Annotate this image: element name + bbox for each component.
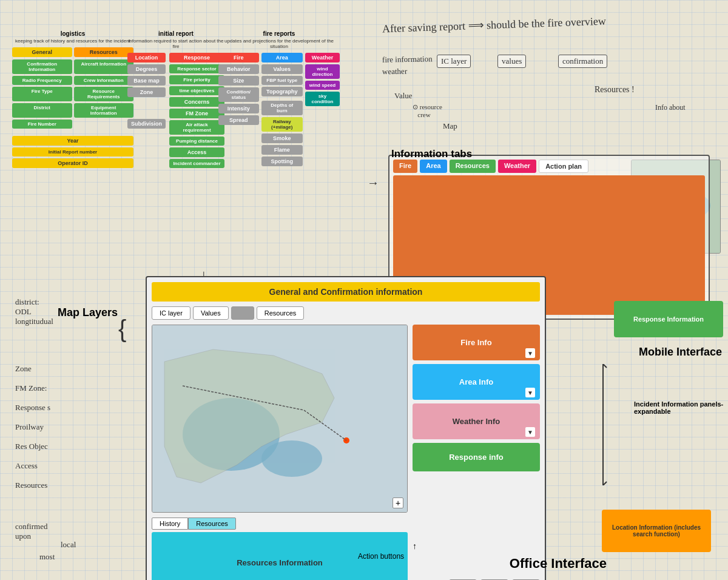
office-tab-middle[interactable] (231, 306, 254, 320)
history-resources-area: History Resources Resources Information (152, 518, 408, 580)
tag-wind-dir[interactable]: wind direction (305, 64, 340, 79)
tag-size[interactable]: Size (218, 76, 259, 86)
action-buttons-label: Action buttons (358, 552, 404, 561)
location-col: Location Degrees Base map Zone Subdivisi… (127, 53, 166, 168)
tag-operator-id[interactable]: Operator ID (12, 158, 133, 168)
tag-radio[interactable]: Radio Frequency (12, 76, 72, 85)
info-tabs-bar: Fire Area Resources Weather Action plan (393, 160, 705, 173)
tag-fire-number[interactable]: Fire Number (12, 120, 72, 129)
tag-response-sector[interactable]: Response sector (169, 64, 224, 73)
tag-resources[interactable]: Resources (74, 47, 134, 57)
tag-topography[interactable]: Topography (261, 87, 303, 96)
info-tabs-label: Information tabs (391, 148, 472, 160)
tab-resources-bottom[interactable]: Resources (188, 518, 236, 530)
tab-resources[interactable]: Resources (450, 160, 496, 173)
tag-sky-condition[interactable]: sky condition (305, 92, 340, 106)
tag-fm-zone[interactable]: FM Zone (169, 109, 224, 118)
tag-condition[interactable]: Condition/ status (218, 87, 259, 102)
panel-response-label: Response info (449, 453, 504, 462)
tag-intensity[interactable]: Intensity (218, 104, 259, 113)
panel-area-info[interactable]: Area Info ▼ (413, 364, 540, 400)
office-tab-resources[interactable]: Resources (257, 306, 305, 320)
tag-access[interactable]: Access (169, 147, 224, 157)
office-main-content: + Fire Info ▼ Area Info ▼ Weather Info ▼… (152, 325, 540, 513)
panel-response-info[interactable]: Response info (413, 443, 540, 471)
tag-wind-speed[interactable]: wind speed (305, 81, 340, 90)
tag-crew[interactable]: Crew Informaiton (74, 76, 134, 85)
weather-expand-icon[interactable]: ▼ (525, 427, 535, 437)
tab-history[interactable]: History (152, 518, 188, 530)
logistics-year-group: Year Initial Report number Operator ID (12, 136, 133, 168)
location-info-box: Location Information (includes search fu… (602, 510, 711, 552)
initial-report-section: initial report information required to s… (127, 30, 224, 168)
tag-concerns[interactable]: Concerns (169, 97, 224, 107)
tab-fire[interactable]: Fire (393, 160, 417, 173)
tag-air-attack[interactable]: Air attack requirement (169, 120, 224, 135)
tag-fire[interactable]: Fire (218, 53, 259, 62)
tag-railway[interactable]: Railway (+milage) (261, 117, 303, 132)
tag-subdivision[interactable]: Subdivision (127, 119, 166, 129)
panel-weather-info[interactable]: Weather Info ▼ (413, 403, 540, 439)
panel-fire-label: Fire Info (460, 338, 491, 347)
office-tabs-row: IC layer Values Resources (152, 306, 540, 320)
tag-aircraft[interactable]: Aircraft Information (74, 59, 134, 74)
tag-flame[interactable]: Flame (261, 145, 303, 155)
office-bottom-section: History Resources Resources Information (152, 518, 540, 580)
tab-area[interactable]: Area (420, 160, 447, 173)
logistics-section: logistics keeping track of history and r… (12, 30, 133, 168)
tag-confirmation[interactable]: Confirmation Information (12, 59, 72, 74)
fire-reports-section: fire reports updates and projections for… (218, 30, 340, 166)
tag-spread[interactable]: Spread (218, 115, 259, 125)
tag-time-obj[interactable]: time objectives (169, 86, 224, 95)
history-tabs-row: History Resources (152, 518, 408, 530)
tag-degrees[interactable]: Degrees (127, 64, 166, 74)
tag-initial-report[interactable]: Initial Report number (12, 147, 133, 157)
tag-values[interactable]: Values (261, 64, 303, 74)
tag-equipment[interactable]: Equipment Information (74, 103, 134, 118)
logistics-top-tags: General Resources (12, 47, 133, 57)
area-expand-icon[interactable]: ▼ (525, 388, 535, 397)
tag-fire-type[interactable]: Fire Type (12, 87, 72, 101)
action-buttons-arrow: ↑ (413, 541, 417, 551)
logistics-desc: keeping track of history and resources f… (12, 38, 133, 44)
office-interface-panel: General and Confirmation information IC … (146, 276, 546, 580)
tag-area[interactable]: Area (261, 53, 303, 62)
response-info-box: Response Information (614, 301, 723, 337)
tag-depths[interactable]: Depths of burn (261, 101, 303, 115)
mobile-interface-label: Mobile Interface (639, 346, 722, 359)
tag-basemap[interactable]: Base map (127, 76, 166, 86)
mobile-interface-panel: Location Information (includes search fu… (614, 255, 723, 337)
tag-behavior[interactable]: Behavior (218, 64, 259, 74)
map-layers-brace: { (118, 315, 126, 343)
map-zoom-in[interactable]: + (393, 497, 403, 508)
tag-spotting[interactable]: Spotting (261, 157, 303, 166)
map-layers-label: Map Layers (58, 306, 118, 319)
tag-incident-cmdr[interactable]: Incident commander (169, 159, 224, 168)
tab-action-plan[interactable]: Action plan (539, 160, 588, 173)
tag-response[interactable]: Response (169, 53, 224, 62)
office-tab-ic-layer[interactable]: IC layer (152, 306, 190, 320)
tag-fire-priority[interactable]: Fire priority (169, 75, 224, 84)
panel-fire-info[interactable]: Fire Info ▼ (413, 325, 540, 360)
weather-col: Weather wind direction wind speed sky co… (305, 53, 340, 166)
tag-location[interactable]: Location (127, 53, 166, 62)
panel-area-label: Area Info (459, 377, 493, 386)
initial-report-title: initial report (127, 30, 224, 37)
response-col: Response Response sector Fire priority t… (169, 53, 224, 168)
fire-expand-icon[interactable]: ▼ (525, 348, 535, 358)
tag-fbp[interactable]: FBP fuel type (261, 76, 303, 85)
tag-smoke[interactable]: Smoke (261, 133, 303, 143)
office-tab-values[interactable]: Values (193, 306, 229, 320)
tag-year[interactable]: Year (12, 136, 133, 146)
tag-zone[interactable]: Zone (127, 87, 166, 97)
panel-weather-label: Weather Info (453, 417, 500, 426)
area-col: Area Values FBP fuel type Topography Dep… (261, 53, 303, 166)
tag-pumping[interactable]: Pumping distance (169, 137, 224, 146)
tag-general[interactable]: General (12, 47, 72, 57)
office-interface-label: Office Interface (510, 556, 607, 572)
tag-district[interactable]: District (12, 103, 72, 118)
tag-weather[interactable]: Weather (305, 53, 340, 62)
tab-weather[interactable]: Weather (498, 160, 536, 173)
tag-resource-req[interactable]: Resource Requirements (74, 87, 134, 101)
incident-info-panels-label: Incident Information panels-expandable (634, 400, 725, 415)
